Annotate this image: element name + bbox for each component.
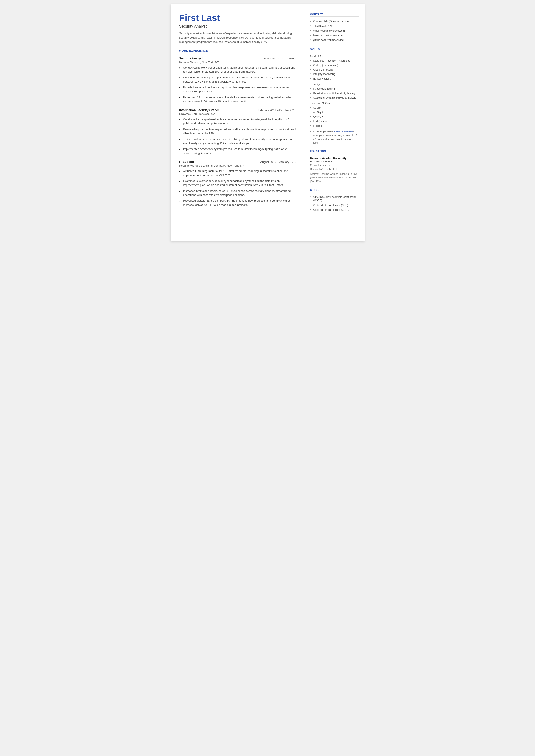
right-column: CONTACT Concord, NH (Open to Remote) +1-… [304, 4, 365, 241]
skill-item: Coding (Experienced) [310, 64, 358, 67]
job-bullets-2: Conducted a comprehensive threat assessm… [179, 117, 296, 155]
bullet: Authored IT training material for 18+ st… [179, 169, 296, 177]
bullet: Provided security intelligence, rapid in… [179, 85, 296, 94]
job-title-2: Information Security Officer [179, 108, 219, 112]
job-title-3: IT Support [179, 160, 194, 164]
bullet: Examined customer service survey feedbac… [179, 179, 296, 187]
candidate-name: First Last [179, 13, 296, 23]
bullet: Increased profits and revenues of 15+ bu… [179, 189, 296, 197]
education-section: EDUCATION Resume Worded University Bache… [310, 150, 358, 183]
other-item: GIAC Security Essentials Certification (… [310, 195, 358, 203]
tool-item: OWASP [310, 115, 358, 119]
job-company-2: Growthsi, San Francisco, CA [179, 112, 296, 116]
skills-header: SKILLS [310, 48, 358, 52]
edu-location-date: Boston, MA — July 2010 [310, 167, 358, 171]
technique-item: Penetration and Vulnerability Testing [310, 92, 358, 95]
skill-item: Data-loss Prevention (Advanced) [310, 59, 358, 63]
other-list: GIAC Security Essentials Certification (… [310, 195, 358, 212]
resume-worded-link[interactable]: Resume Worded [334, 130, 352, 133]
skills-note-prefix: Don't forget to use [313, 130, 334, 133]
job-bullets-3: Authored IT training material for 18+ st… [179, 169, 296, 207]
resume-page: First Last Security Analyst Security ana… [171, 4, 365, 241]
tool-item: IBM QRadar [310, 120, 358, 123]
job-block-1: Security Analyst November 2015 – Present… [179, 57, 296, 104]
other-item: Certified Ethical Hacker (CEH). [310, 208, 358, 212]
hard-skills-label: Hard Skills: [310, 55, 358, 58]
contact-email: email@resumeworded.com [310, 29, 358, 33]
bullet: Conducted a comprehensive threat assessm… [179, 117, 296, 126]
job-company-3: Resume Worded's Exciting Company, New Yo… [179, 164, 296, 167]
job-dates-1: November 2015 – Present [264, 57, 296, 60]
contact-phone: +1-234-456-789 [310, 24, 358, 28]
job-dates-2: February 2013 – October 2015 [258, 109, 296, 112]
education-header: EDUCATION [310, 150, 358, 154]
tool-item: Splunk [310, 106, 358, 110]
other-section: OTHER GIAC Security Essentials Certifica… [310, 188, 358, 212]
edu-degree: Bachelor of Science [310, 160, 358, 163]
job-bullets-1: Conducted network penetration tests, app… [179, 66, 296, 104]
job-header-2: Information Security Officer February 20… [179, 108, 296, 112]
contact-header: CONTACT [310, 13, 358, 16]
tool-item: ArcSight [310, 111, 358, 114]
other-item: Certified Ethical Hacker (CEH) [310, 204, 358, 207]
bullet: Designed and developed a plan to decentr… [179, 75, 296, 84]
edu-block: Resume Worded University Bachelor of Sci… [310, 156, 358, 183]
header-block: First Last Security Analyst Security ana… [179, 13, 296, 44]
tool-item: Fortinet [310, 124, 358, 128]
candidate-summary: Security analyst with over 10 years of e… [179, 31, 296, 44]
job-title-1: Security Analyst [179, 57, 203, 60]
bullet: Prevented disaster at the company by imp… [179, 199, 296, 207]
hard-skills-list: Data-loss Prevention (Advanced) Coding (… [310, 59, 358, 81]
techniques-list: Hypothesis Testing Penetration and Vulne… [310, 87, 358, 99]
edu-field: Computer Science [310, 163, 358, 167]
bullet: Performed 19+ comprehensive vulnerabilit… [179, 95, 296, 104]
contact-github[interactable]: github.com/resumeworded [310, 38, 358, 42]
skills-section: SKILLS Hard Skills: Data-loss Prevention… [310, 48, 358, 145]
technique-item: Hypothesis Testing [310, 87, 358, 91]
job-header-1: Security Analyst November 2015 – Present [179, 57, 296, 60]
job-block-2: Information Security Officer February 20… [179, 108, 296, 155]
contact-section: CONTACT Concord, NH (Open to Remote) +1-… [310, 13, 358, 42]
skill-item: Cloud Computing [310, 68, 358, 72]
bullet: Conducted network penetration tests, app… [179, 66, 296, 74]
work-experience-header: WORK EXPERIENCE [179, 49, 296, 53]
skill-item: Ethical Hacking [310, 77, 358, 81]
skills-note: Don't forget to use Resume Worded to sca… [310, 130, 358, 145]
technique-item: Static and Dynamic Malware Analysis [310, 96, 358, 100]
tools-list: Splunk ArcSight OWASP IBM QRadar Fortine… [310, 106, 358, 127]
techniques-label: Techniques: [310, 83, 358, 86]
bullet: Implemented secondary system procedures … [179, 147, 296, 155]
contact-linkedin[interactable]: linkedin.com/in/username [310, 34, 358, 37]
contact-location: Concord, NH (Open to Remote) [310, 20, 358, 23]
bullet: Resolved exposures to unexpected and del… [179, 127, 296, 136]
other-header: OTHER [310, 188, 358, 192]
job-header-3: IT Support August 2010 – January 2013 [179, 160, 296, 164]
edu-school: Resume Worded University [310, 156, 358, 160]
job-company-1: Resume Worded, New York, NY [179, 61, 296, 64]
candidate-title: Security Analyst [179, 24, 296, 29]
tools-label: Tools and Software: [310, 102, 358, 105]
skill-item: Integrity Monitoring [310, 72, 358, 76]
left-column: First Last Security Analyst Security ana… [171, 4, 304, 241]
job-dates-3: August 2010 – January 2013 [260, 160, 296, 164]
bullet: Trained staff members on processes invol… [179, 137, 296, 146]
edu-awards: Awards: Resume Worded Teaching Fellow (o… [310, 172, 358, 183]
contact-list: Concord, NH (Open to Remote) +1-234-456-… [310, 20, 358, 42]
job-block-3: IT Support August 2010 – January 2013 Re… [179, 160, 296, 207]
